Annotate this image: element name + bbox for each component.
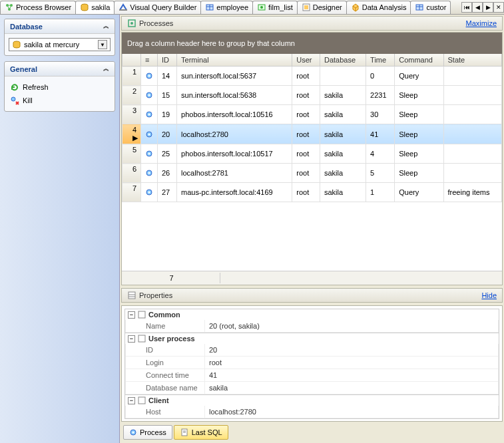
process-icon	[5, 3, 14, 12]
collapse-icon[interactable]: −	[128, 335, 135, 343]
cell-id: 19	[158, 105, 177, 124]
prop-section-header[interactable]: −Common	[125, 309, 499, 320]
column-header-terminal[interactable]: Terminal	[177, 54, 292, 67]
tab-scroll-left[interactable]: ◀	[472, 2, 483, 13]
row-number: 2	[123, 86, 141, 105]
svg-point-28	[148, 153, 150, 155]
prop-value[interactable]: 41	[205, 369, 499, 382]
column-header-database[interactable]: Database	[320, 54, 366, 67]
prop-label: Host	[125, 406, 205, 418]
footer-count: 7	[123, 273, 220, 283]
row-number: 6	[123, 164, 141, 183]
database-selector[interactable]: sakila at mercury ▼	[9, 38, 111, 51]
prop-value[interactable]: localhost:2780	[205, 406, 499, 418]
dropdown-icon[interactable]: ▼	[98, 40, 107, 49]
svg-point-22	[148, 94, 150, 96]
table-row[interactable]: 4 ▶20localhost:2780rootsakila41Sleep	[123, 124, 502, 144]
tab-scroll-right[interactable]: ▶	[483, 2, 493, 13]
prop-section-header[interactable]: −User process	[125, 333, 499, 344]
group-by-bar[interactable]: Drag a column header here to group by th…	[122, 33, 502, 54]
bottom-tab-process[interactable]: Process	[123, 425, 172, 440]
section-name: User process	[148, 335, 195, 343]
cell-terminal: sun.intersoft.local:5638	[177, 86, 292, 105]
tab-custor[interactable]: custor	[410, 1, 451, 14]
prop-section-user-process: −User processID20LoginrootConnect time41…	[125, 333, 499, 395]
section-icon	[138, 335, 146, 343]
row-icon	[141, 144, 158, 164]
cell-user: root	[292, 144, 320, 164]
cell-state	[443, 86, 501, 105]
prop-value[interactable]: 20	[205, 344, 499, 357]
column-header-state[interactable]: State	[443, 54, 501, 67]
bottom-tab-last-sql[interactable]: Last SQL	[174, 425, 228, 440]
column-header-id[interactable]: ID	[158, 54, 177, 67]
column-header-time[interactable]: Time	[366, 54, 395, 67]
prop-value[interactable]: 20 (root, sakila)	[205, 320, 499, 333]
sidebar-item-kill[interactable]: Kill	[9, 94, 111, 107]
tab-designer[interactable]: Designer	[297, 1, 347, 14]
section-name: Common	[148, 311, 180, 319]
svg-point-40	[132, 432, 134, 434]
column-header-command[interactable]: Command	[395, 54, 443, 67]
collapse-icon[interactable]: −	[128, 311, 135, 319]
tab-visual-query-builder[interactable]: Visual Query Builder	[114, 1, 201, 14]
cell-terminal: sun.intersoft.local:5637	[177, 67, 292, 86]
cell-command: Sleep	[395, 105, 443, 124]
svg-point-30	[148, 172, 150, 174]
svg-rect-37	[138, 335, 145, 342]
cell-terminal: phobos.intersoft.local:10517	[177, 144, 292, 164]
table-icon	[415, 3, 424, 12]
rownum-header[interactable]	[123, 54, 141, 67]
cell-database: sakila	[320, 183, 366, 202]
table-row[interactable]: 2 15sun.intersoft.local:5638rootsakila22…	[123, 86, 502, 105]
prop-value[interactable]: sakila	[205, 382, 499, 394]
grid-scroll[interactable]: ≡IDTerminalUserDatabaseTimeCommandState …	[122, 54, 502, 271]
table-row[interactable]: 3 19phobos.intersoft.local:10516rootsaki…	[123, 105, 502, 124]
svg-point-32	[148, 192, 150, 194]
tab-label: sakila	[91, 3, 110, 11]
tab-label: film_list	[268, 3, 293, 11]
cell-user: root	[292, 86, 320, 105]
row-number: 4 ▶	[123, 124, 141, 144]
tab-close[interactable]: ✕	[493, 2, 504, 13]
cell-state	[443, 105, 501, 124]
cell-user: root	[292, 164, 320, 183]
table-row[interactable]: 7 27maus-pc.intersoft.local:4169rootsaki…	[123, 183, 502, 202]
column-header-user[interactable]: User	[292, 54, 320, 67]
prop-label: Name	[125, 320, 205, 333]
icon-col-header[interactable]: ≡	[141, 54, 158, 67]
cell-state	[443, 164, 501, 183]
prop-value[interactable]: root	[205, 357, 499, 369]
tab-scroll-first[interactable]: ⏮	[461, 2, 472, 13]
main-area: Processes Maximize Drag a column header …	[120, 15, 504, 443]
tab-label: Visual Query Builder	[130, 3, 196, 11]
tab-film_list[interactable]: film_list	[252, 1, 298, 14]
table-row[interactable]: 6 26localhost:2781rootsakila5Sleep	[123, 164, 502, 183]
tab-sakila[interactable]: sakila	[75, 1, 115, 14]
tab-process-browser[interactable]: Process Browser	[0, 1, 76, 14]
svg-rect-4	[119, 9, 127, 11]
general-panel-header[interactable]: General ︽	[5, 62, 115, 76]
row-icon	[141, 183, 158, 202]
kill-icon	[10, 96, 19, 105]
svg-rect-36	[138, 311, 145, 318]
table-row[interactable]: 1 14sun.intersoft.local:5637root0Query	[123, 67, 502, 86]
collapse-icon[interactable]: −	[128, 397, 135, 404]
processes-title: Processes	[139, 19, 173, 27]
cell-state	[443, 124, 501, 144]
tab-label: Designer	[313, 3, 342, 11]
hide-link[interactable]: Hide	[481, 291, 497, 299]
cube-icon	[351, 3, 360, 12]
database-panel: Database ︽ sakila at mercury ▼	[4, 19, 115, 56]
sidebar-item-refresh[interactable]: Refresh	[9, 80, 111, 94]
cell-terminal: localhost:2781	[177, 164, 292, 183]
table-row[interactable]: 5 25phobos.intersoft.local:10517rootsaki…	[123, 144, 502, 164]
processes-table: ≡IDTerminalUserDatabaseTimeCommandState …	[122, 54, 502, 202]
tab-employee[interactable]: employee	[200, 1, 253, 14]
database-panel-header[interactable]: Database ︽	[5, 19, 115, 34]
properties-header: Properties Hide	[121, 288, 503, 303]
prop-section-header[interactable]: −Client	[125, 395, 499, 406]
tab-data-analysis[interactable]: Data Analysis	[346, 1, 411, 14]
maximize-link[interactable]: Maximize	[466, 19, 497, 27]
collapse-icon: ︽	[103, 65, 109, 73]
